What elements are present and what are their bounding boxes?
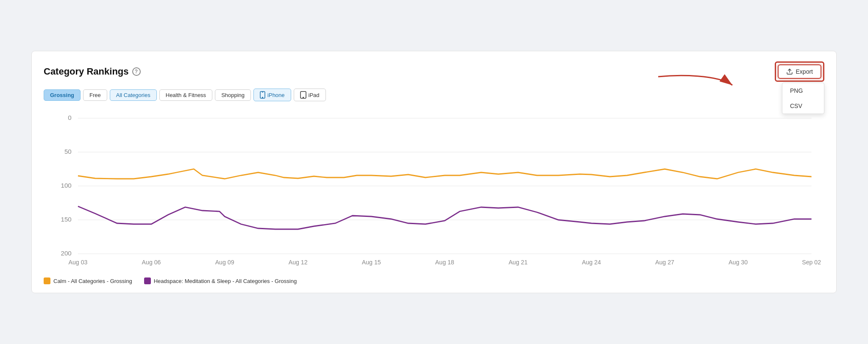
filter-ipad[interactable]: iPad	[294, 89, 326, 101]
filter-health-fitness[interactable]: Health & Fitness	[159, 89, 212, 101]
chart-svg: 0 50 100 150 200 Aug 03 Aug 06 Aug 09 Au…	[44, 110, 824, 271]
svg-text:50: 50	[64, 148, 72, 155]
calm-legend-box	[44, 277, 50, 284]
svg-text:Aug 18: Aug 18	[435, 259, 454, 266]
headspace-legend-box	[144, 277, 151, 284]
filter-shopping[interactable]: Shopping	[215, 89, 251, 101]
title-area: Category Rankings ?	[44, 66, 141, 77]
svg-text:Sep 02: Sep 02	[802, 259, 821, 266]
export-highlight-box: Export PNG CSV	[775, 61, 824, 82]
export-png-option[interactable]: PNG	[782, 83, 824, 98]
filter-free[interactable]: Free	[83, 89, 107, 101]
svg-text:150: 150	[61, 216, 71, 223]
svg-text:200: 200	[61, 250, 71, 257]
main-card: Category Rankings ? Export PNG CSV	[31, 51, 837, 293]
svg-text:0: 0	[68, 114, 71, 121]
svg-text:Aug 15: Aug 15	[362, 259, 381, 266]
calm-line	[78, 169, 812, 179]
export-label: Export	[796, 68, 813, 75]
iphone-label: iPhone	[267, 92, 284, 98]
filter-iphone[interactable]: iPhone	[253, 89, 291, 101]
export-dropdown: PNG CSV	[782, 83, 824, 114]
export-csv-option[interactable]: CSV	[782, 98, 824, 114]
svg-point-6	[303, 97, 303, 98]
ipad-label: iPad	[309, 92, 320, 98]
legend-headspace: Headspace: Meditation & Sleep - All Cate…	[144, 277, 297, 284]
svg-point-4	[262, 97, 263, 98]
iphone-icon	[260, 91, 265, 99]
svg-text:Aug 09: Aug 09	[215, 259, 234, 266]
chart-container: 0 50 100 150 200 Aug 03 Aug 06 Aug 09 Au…	[44, 110, 824, 271]
filters-row: Grossing Free All Categories Health & Fi…	[44, 89, 824, 101]
export-button[interactable]: Export	[778, 64, 821, 79]
svg-text:100: 100	[61, 182, 71, 189]
calm-legend-label: Calm - All Categories - Grossing	[53, 278, 132, 284]
help-icon[interactable]: ?	[132, 67, 141, 76]
svg-text:Aug 06: Aug 06	[142, 259, 161, 266]
headspace-legend-label: Headspace: Meditation & Sleep - All Cate…	[154, 278, 297, 284]
ipad-icon	[300, 91, 306, 99]
svg-text:Aug 03: Aug 03	[69, 259, 88, 266]
filter-all-categories[interactable]: All Categories	[110, 89, 157, 101]
legend-calm: Calm - All Categories - Grossing	[44, 277, 132, 284]
svg-text:Aug 30: Aug 30	[729, 259, 748, 266]
svg-text:Aug 21: Aug 21	[509, 259, 528, 266]
svg-text:Aug 24: Aug 24	[582, 259, 601, 266]
page-title: Category Rankings	[44, 66, 129, 77]
upload-icon	[786, 68, 793, 75]
filter-grossing[interactable]: Grossing	[44, 89, 81, 101]
export-area: Export PNG CSV	[775, 61, 824, 82]
header-row: Category Rankings ? Export PNG CSV	[44, 61, 824, 82]
legend-row: Calm - All Categories - Grossing Headspa…	[44, 277, 824, 284]
svg-text:Aug 12: Aug 12	[289, 259, 308, 266]
headspace-line	[78, 206, 812, 229]
svg-text:Aug 27: Aug 27	[655, 259, 674, 266]
